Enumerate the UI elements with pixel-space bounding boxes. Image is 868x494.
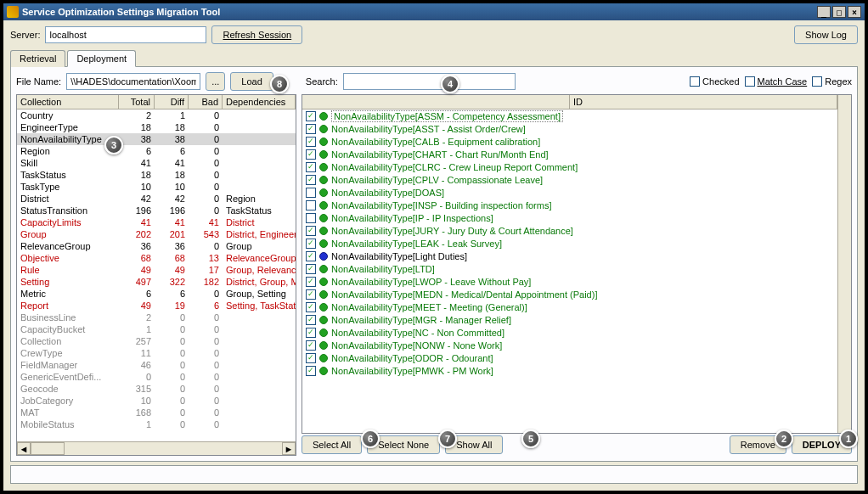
status-dot-icon <box>319 125 328 133</box>
id-checkbox[interactable]: ✓ <box>306 366 316 376</box>
collection-row[interactable]: Country210 <box>17 109 296 121</box>
select-all-button[interactable]: Select All <box>302 435 362 454</box>
matchcase-checkbox[interactable]: Match Case <box>745 76 808 87</box>
collection-row[interactable]: FieldManager4600 <box>17 359 296 371</box>
id-checkbox[interactable]: ✓ <box>306 277 316 287</box>
id-checkbox[interactable]: ✓ <box>306 340 316 351</box>
id-row[interactable]: ✓NonAvailabilityType[Light Duties] <box>302 250 837 262</box>
id-checkbox[interactable]: ✓ <box>306 226 316 236</box>
id-checkbox[interactable] <box>306 188 316 198</box>
id-row[interactable]: ✓NonAvailabilityType[ASSM - Competency A… <box>302 109 837 122</box>
collection-row[interactable]: Metric660Group, Setting <box>17 288 296 300</box>
id-row[interactable]: ✓NonAvailabilityType[JURY - Jury Duty & … <box>302 224 837 237</box>
collection-row[interactable]: Collection25700 <box>17 335 296 347</box>
search-input[interactable] <box>343 73 516 90</box>
id-checkbox[interactable]: ✓ <box>306 353 316 363</box>
collection-row[interactable]: GenericEventDefi...000 <box>17 371 296 383</box>
id-row[interactable]: ✓NonAvailabilityType[PMWK - PM Work] <box>302 364 837 377</box>
show-log-button[interactable]: Show Log <box>794 25 858 44</box>
collection-row[interactable]: Group202201543District, EngineerT <box>17 228 296 240</box>
maximize-button[interactable]: □ <box>832 6 846 18</box>
id-row[interactable]: ✓NonAvailabilityType[ODOR - Odourant] <box>302 351 837 364</box>
collection-row[interactable]: Report49196Setting, TaskStat <box>17 300 296 312</box>
id-row[interactable]: ✓NonAvailabilityType[CALB - Equipment ca… <box>302 135 837 148</box>
id-checkbox[interactable]: ✓ <box>306 264 316 274</box>
id-row[interactable]: ✓NonAvailabilityType[NC - Non Committed] <box>302 326 837 339</box>
minimize-button[interactable]: _ <box>817 6 831 18</box>
id-checkbox[interactable]: ✓ <box>306 251 316 261</box>
id-row[interactable]: NonAvailabilityType[DOAS] <box>302 186 837 199</box>
statusbar <box>10 465 858 484</box>
id-row[interactable]: NonAvailabilityType[INSP - Building insp… <box>302 199 837 211</box>
collection-row[interactable]: TaskStatus18180 <box>17 169 296 181</box>
collection-grid[interactable]: Country210EngineerType18180NonAvailabili… <box>17 109 296 441</box>
id-checkbox[interactable]: ✓ <box>306 239 316 249</box>
tab-retrieval[interactable]: Retrieval <box>10 50 65 67</box>
id-label: NonAvailabilityType[ASSM - Competency As… <box>331 110 563 122</box>
id-row[interactable]: ✓NonAvailabilityType[CPLV - Compassionat… <box>302 173 837 186</box>
id-checkbox[interactable]: ✓ <box>306 315 316 325</box>
id-row[interactable]: ✓NonAvailabilityType[MGR - Manager Relie… <box>302 313 837 326</box>
callout-badge: 2 <box>775 429 793 448</box>
regex-checkbox[interactable]: Regex <box>812 76 852 87</box>
collection-row[interactable]: Region660 <box>17 145 296 157</box>
id-row[interactable]: ✓NonAvailabilityType[CLRC - Crew Lineup … <box>302 160 837 173</box>
id-row[interactable]: ✓NonAvailabilityType[MEET - Meeting (Gen… <box>302 300 837 313</box>
collection-row[interactable]: CrewType1100 <box>17 347 296 359</box>
titlebar: Service Optimization Settings Migration … <box>3 3 865 20</box>
id-row[interactable]: ✓NonAvailabilityType[NONW - None Work] <box>302 339 837 351</box>
id-row[interactable]: ✓NonAvailabilityType[MEDN - Medical/Dent… <box>302 288 837 300</box>
filename-input[interactable] <box>66 73 200 90</box>
id-label: NonAvailabilityType[ASST - Assist Order/… <box>331 124 526 134</box>
status-dot-icon <box>319 328 328 337</box>
id-row[interactable]: ✓NonAvailabilityType[LEAK - Leak Survey] <box>302 237 837 250</box>
collection-row[interactable]: District42420Region <box>17 193 296 205</box>
status-dot-icon <box>319 316 328 324</box>
checked-checkbox[interactable]: Checked <box>690 76 739 87</box>
collection-row[interactable]: TaskType10100 <box>17 181 296 193</box>
collection-row[interactable]: StatusTransition1961960TaskStatus <box>17 205 296 216</box>
collection-row[interactable]: Setting497322182District, Group, M <box>17 276 296 288</box>
browse-button[interactable]: ... <box>206 72 225 91</box>
close-button[interactable]: × <box>848 6 861 18</box>
refresh-session-button[interactable]: Refresh Session <box>211 25 302 44</box>
collection-row[interactable]: Skill41410 <box>17 157 296 169</box>
id-row[interactable]: ✓NonAvailabilityType[CHART - Chart Run/M… <box>302 148 837 160</box>
id-checkbox[interactable]: ✓ <box>306 111 316 121</box>
callout-badge: 1 <box>839 429 858 448</box>
id-checkbox[interactable]: ✓ <box>306 137 316 147</box>
id-checkbox[interactable]: ✓ <box>306 124 316 134</box>
id-row[interactable]: ✓NonAvailabilityType[LTD] <box>302 262 837 275</box>
collection-row[interactable]: JobCategory1000 <box>17 395 296 407</box>
id-checkbox[interactable]: ✓ <box>306 302 316 312</box>
id-checkbox[interactable] <box>306 213 316 223</box>
id-grid[interactable]: ✓NonAvailabilityType[ASSM - Competency A… <box>302 109 837 433</box>
collection-row[interactable]: EngineerType18180 <box>17 121 296 133</box>
id-row[interactable]: ✓NonAvailabilityType[LWOP - Leave Withou… <box>302 275 837 288</box>
collection-row[interactable]: CapacityLimits414141District <box>17 216 296 228</box>
id-checkbox[interactable]: ✓ <box>306 175 316 185</box>
collection-row[interactable]: Rule494917Group, Relevance <box>17 264 296 276</box>
load-button[interactable]: Load <box>230 72 273 91</box>
id-checkbox[interactable]: ✓ <box>306 328 316 338</box>
collection-row[interactable]: Geocode31500 <box>17 383 296 395</box>
collection-hscroll[interactable]: ◄► <box>17 441 296 455</box>
tab-deployment[interactable]: Deployment <box>67 50 136 67</box>
server-input[interactable] <box>45 26 206 43</box>
id-row[interactable]: ✓NonAvailabilityType[ASST - Assist Order… <box>302 122 837 135</box>
status-dot-icon <box>319 112 328 121</box>
id-row[interactable]: NonAvailabilityType[IP - IP Inspections] <box>302 211 837 224</box>
id-vscroll[interactable] <box>837 95 851 433</box>
collection-row[interactable]: CapacityBucket100 <box>17 323 296 335</box>
id-checkbox[interactable]: ✓ <box>306 289 316 300</box>
collection-row[interactable]: MAT16800 <box>17 407 296 418</box>
collection-row[interactable]: MobileStatus100 <box>17 418 296 430</box>
collection-row[interactable]: BusinessLine200 <box>17 312 296 323</box>
id-checkbox[interactable]: ✓ <box>306 149 316 160</box>
app-icon <box>7 6 19 18</box>
collection-row[interactable]: RelevanceGroup36360Group <box>17 240 296 252</box>
id-checkbox[interactable] <box>306 200 316 211</box>
id-checkbox[interactable]: ✓ <box>306 162 316 172</box>
collection-row[interactable]: NonAvailabilityType38380 <box>17 133 296 145</box>
collection-row[interactable]: Objective686813RelevanceGroup <box>17 252 296 264</box>
